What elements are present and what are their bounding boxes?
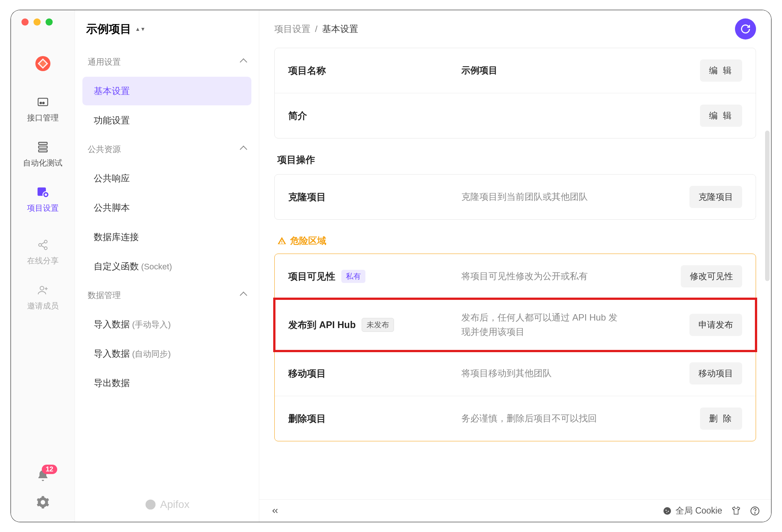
- clone-desc: 克隆项目到当前团队或其他团队: [461, 190, 689, 204]
- chevron-double-left-icon: [271, 506, 280, 515]
- delete-label: 删除项目: [288, 412, 461, 425]
- rail-api-mgmt[interactable]: 接口管理: [11, 86, 75, 131]
- help-icon: [750, 506, 760, 516]
- settings-icon: [35, 185, 50, 200]
- svg-point-5: [43, 102, 44, 104]
- chevron-up-icon: [240, 292, 247, 299]
- rail-notifications[interactable]: 12: [36, 469, 50, 484]
- rail-project-settings[interactable]: 项目设置: [11, 176, 75, 222]
- cookie-label: 全局 Cookie: [676, 505, 722, 517]
- rail-logo[interactable]: [11, 48, 75, 86]
- shirt-button[interactable]: [731, 506, 741, 516]
- edit-name-button[interactable]: 编 辑: [700, 59, 742, 82]
- sidebar-item-response[interactable]: 公共响应: [82, 164, 251, 193]
- project-name: 示例项目: [86, 21, 131, 37]
- refresh-icon: [740, 24, 751, 34]
- rail-auto-test[interactable]: 自动化测试: [11, 131, 75, 176]
- change-visibility-button[interactable]: 修改可见性: [681, 265, 742, 287]
- section-resources[interactable]: 公共资源: [82, 135, 251, 163]
- cookie-icon: [663, 506, 672, 515]
- breadcrumb-parent[interactable]: 项目设置: [274, 23, 310, 35]
- basic-card: 项目名称 示例项目 编 辑 简介 编 辑: [274, 48, 756, 138]
- svg-point-12: [44, 240, 47, 243]
- sidebar-item-import-manual[interactable]: 导入数据 (手动导入): [82, 310, 251, 339]
- breadcrumb-current: 基本设置: [322, 23, 358, 35]
- publish-label: 发布到 API Hub 未发布: [288, 318, 461, 332]
- sidebar-item-db[interactable]: 数据库连接: [82, 223, 251, 251]
- name-label: 项目名称: [288, 64, 461, 77]
- visibility-tag: 私有: [341, 270, 365, 283]
- svg-point-11: [44, 193, 47, 196]
- notification-badge: 12: [42, 465, 57, 474]
- chevron-up-icon: [240, 58, 247, 66]
- bottombar: 全局 Cookie: [259, 499, 771, 522]
- svg-point-25: [755, 512, 755, 513]
- window-controls: [21, 18, 53, 26]
- section-data[interactable]: 数据管理: [82, 281, 251, 309]
- sidebar-item-import-auto[interactable]: 导入数据 (自动同步): [82, 339, 251, 368]
- rail-label: 接口管理: [27, 112, 59, 123]
- danger-header: 危险区域: [277, 235, 756, 247]
- sync-button[interactable]: [735, 18, 756, 40]
- collapse-button[interactable]: [271, 506, 280, 515]
- brand-text: Apifox: [160, 499, 190, 511]
- section-title: 公共资源: [88, 144, 121, 155]
- close-window[interactable]: [21, 18, 29, 26]
- sidebar-item-functions[interactable]: 自定义函数 (Socket): [82, 252, 251, 281]
- svg-point-23: [666, 512, 667, 512]
- svg-rect-8: [38, 150, 47, 152]
- svg-line-16: [41, 246, 44, 248]
- rail-preferences[interactable]: [36, 496, 50, 511]
- svg-point-20: [663, 507, 671, 515]
- api-icon: [35, 94, 50, 109]
- danger-title: 危险区域: [290, 235, 326, 247]
- visibility-desc: 将项目可见性修改为公开或私有: [461, 269, 681, 283]
- topbar: 项目设置 / 基本设置: [259, 10, 771, 48]
- gear-icon: [36, 496, 50, 509]
- danger-card: 项目可见性 私有 将项目可见性修改为公开或私有 修改可见性 发布到 API Hu…: [274, 254, 756, 441]
- svg-point-17: [40, 286, 44, 290]
- svg-point-14: [44, 247, 47, 250]
- sidebar-item-feature[interactable]: 功能设置: [82, 106, 251, 135]
- svg-point-21: [666, 509, 667, 511]
- edit-intro-button[interactable]: 编 辑: [700, 105, 742, 127]
- minimize-window[interactable]: [33, 18, 41, 26]
- chevron-up-icon: [240, 146, 247, 153]
- main-panel: 项目设置 / 基本设置 项目名称 示例项目 编 辑 简介 编 辑: [259, 10, 771, 522]
- publish-tag: 未发布: [362, 318, 394, 332]
- rail-share[interactable]: 在线分享: [11, 229, 75, 274]
- intro-label: 简介: [288, 109, 461, 122]
- project-selector[interactable]: 示例项目 ▲▼: [75, 10, 259, 44]
- breadcrumb-sep: /: [315, 24, 318, 34]
- visibility-label: 项目可见性 私有: [288, 270, 461, 283]
- publish-desc: 发布后，任何人都可以通过 API Hub 发现并使用该项目: [461, 310, 619, 339]
- breadcrumb: 项目设置 / 基本设置: [274, 23, 358, 35]
- test-icon: [35, 140, 50, 155]
- sidebar-item-export[interactable]: 导出数据: [82, 369, 251, 397]
- invite-icon: [35, 283, 50, 298]
- delete-button[interactable]: 删 除: [700, 407, 742, 430]
- brand-icon: [145, 499, 157, 511]
- ops-title: 项目操作: [277, 154, 756, 166]
- clone-label: 克隆项目: [288, 191, 461, 203]
- rail-label: 邀请成员: [27, 301, 59, 311]
- global-cookie[interactable]: 全局 Cookie: [663, 505, 722, 517]
- sidebar-item-scripts[interactable]: 公共脚本: [82, 193, 251, 222]
- rail-invite[interactable]: 邀请成员: [11, 274, 75, 319]
- sidebar-item-basic[interactable]: 基本设置: [82, 77, 251, 105]
- shirt-icon: [731, 506, 741, 516]
- svg-rect-6: [38, 142, 47, 144]
- fullscreen-window[interactable]: [46, 18, 53, 26]
- help-button[interactable]: [750, 506, 760, 516]
- move-button[interactable]: 移动项目: [689, 362, 742, 385]
- clone-button[interactable]: 克隆项目: [689, 186, 742, 208]
- ops-card: 克隆项目 克隆项目到当前团队或其他团队 克隆项目: [274, 174, 756, 220]
- svg-line-15: [41, 242, 44, 244]
- rail-label: 项目设置: [27, 203, 59, 213]
- nav-rail: 接口管理 自动化测试 项目设置 在线分享 邀请成员: [11, 10, 75, 522]
- rail-label: 在线分享: [27, 255, 59, 266]
- request-publish-button[interactable]: 申请发布: [689, 314, 742, 336]
- section-general[interactable]: 通用设置: [82, 48, 251, 76]
- app-logo-icon: [35, 56, 50, 71]
- scrollbar[interactable]: [765, 131, 770, 281]
